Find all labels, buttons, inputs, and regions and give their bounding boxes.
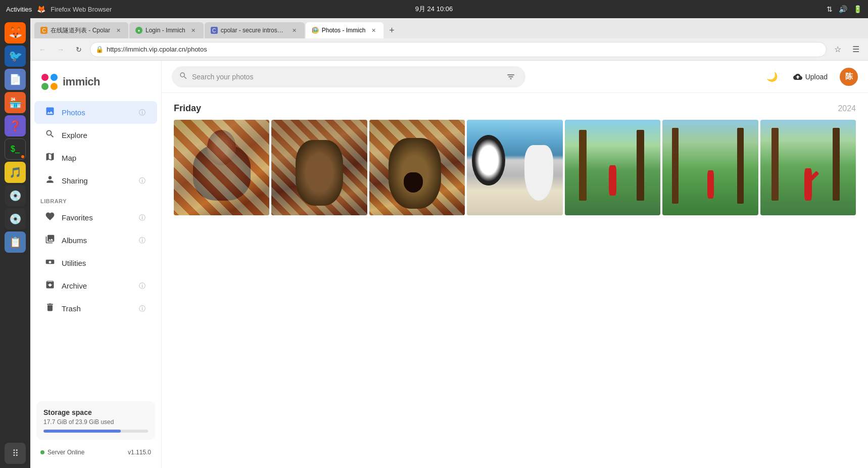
sidebar: immich Photos ⓘ Explore Map	[30, 61, 162, 468]
dock-cd1[interactable]: 💿	[5, 185, 26, 206]
favorites-info-button[interactable]: ⓘ	[137, 213, 147, 223]
sidebar-item-map[interactable]: Map	[34, 147, 157, 169]
taskbar-browser-name: Firefox Web Browser	[51, 6, 112, 13]
sharing-info-button[interactable]: ⓘ	[137, 176, 147, 186]
tab-login[interactable]: ● Login - Immich ✕	[129, 22, 204, 38]
dock-cd2[interactable]: 💿	[5, 208, 26, 229]
sidebar-item-favorites[interactable]: Favorites ⓘ	[34, 206, 157, 229]
dock-firefox[interactable]: 🦊	[5, 22, 26, 43]
dock-thunderbird[interactable]: 🐦	[5, 45, 26, 67]
albums-label: Albums	[62, 236, 87, 245]
dock-apps-grid[interactable]: ⠿	[5, 443, 26, 464]
tab-favicon-login: ●	[135, 27, 142, 34]
sidebar-item-albums[interactable]: Albums ⓘ	[34, 229, 157, 252]
server-status-dot	[40, 450, 44, 454]
favorites-icon	[44, 211, 56, 224]
archive-info-button[interactable]: ⓘ	[137, 281, 147, 291]
photos-label: Photos	[62, 108, 85, 117]
tab-close-photos[interactable]: ✕	[369, 26, 377, 34]
explore-icon	[44, 129, 56, 142]
svg-point-3	[51, 83, 58, 90]
dock-appstore[interactable]: 🏪	[5, 92, 26, 113]
forward-button[interactable]: →	[54, 42, 68, 57]
immich-logo-icon	[40, 73, 59, 91]
upload-button[interactable]: Upload	[787, 68, 834, 86]
photo-grid	[174, 120, 856, 215]
sidebar-item-trash[interactable]: Trash ⓘ	[34, 297, 157, 320]
server-version: v1.115.0	[128, 449, 151, 456]
photo-item[interactable]	[565, 120, 660, 215]
svg-point-2	[41, 83, 49, 90]
sidebar-logo-text: immich	[63, 75, 100, 88]
filter-button[interactable]	[503, 69, 518, 84]
main-area: Search your photos 🌙 Upload 陈	[162, 61, 868, 468]
search-placeholder: Search your photos	[192, 73, 253, 81]
tab-close-cpolar2[interactable]: ✕	[291, 26, 299, 34]
map-label: Map	[62, 154, 76, 162]
trash-icon	[44, 302, 56, 315]
tab-title-cpolar2: cpolar - secure introspec…	[221, 27, 286, 34]
photo-item[interactable]	[174, 120, 269, 215]
dock-terminal[interactable]: $_	[5, 138, 26, 160]
section-year: 2024	[838, 104, 856, 113]
photos-icon	[44, 106, 56, 119]
taskbar-datetime: 9月 24 10:06	[415, 5, 453, 14]
bookmark-button[interactable]: ☆	[831, 42, 845, 57]
section-header: Friday 2024	[174, 103, 856, 114]
search-bar[interactable]: Search your photos	[172, 66, 525, 87]
photo-item[interactable]	[662, 120, 758, 215]
dock-files2[interactable]: 📋	[5, 231, 26, 253]
user-avatar[interactable]: 陈	[840, 68, 858, 86]
utilities-label: Utilities	[62, 259, 86, 267]
tab-close-cpolar[interactable]: ✕	[114, 26, 122, 34]
dock: 🦊 🐦 📄 🏪 ❓ $_ 🎵 💿 💿 📋 ⠿	[0, 18, 30, 468]
explore-label: Explore	[62, 131, 87, 139]
taskbar-volume-icon: 🔊	[839, 5, 847, 13]
tab-bar: C 在线隧道列表 - Cpolar ✕ ● Login - Immich ✕ C…	[30, 18, 868, 38]
tab-close-login[interactable]: ✕	[189, 26, 198, 34]
library-section-label: LIBRARY	[30, 192, 161, 206]
tab-photos[interactable]: 🖼️ Photos - Immich ✕	[306, 22, 384, 38]
upload-label: Upload	[805, 73, 828, 81]
header-area: Search your photos 🌙 Upload 陈	[162, 61, 868, 93]
albums-info-button[interactable]: ⓘ	[137, 236, 147, 246]
sidebar-item-archive[interactable]: Archive ⓘ	[34, 274, 157, 297]
tab-title-photos: Photos - Immich	[322, 27, 366, 34]
sidebar-item-utilities[interactable]: Utilities	[34, 252, 157, 274]
taskbar-left: Activities 🦊 Firefox Web Browser	[6, 5, 112, 13]
sidebar-logo: immich	[30, 69, 161, 101]
storage-title: Storage space	[43, 408, 148, 416]
photo-item[interactable]	[369, 120, 465, 215]
photo-item[interactable]	[467, 120, 562, 215]
photo-item[interactable]	[271, 120, 367, 215]
browser-menu-button[interactable]: ☰	[849, 42, 863, 57]
url-bar[interactable]: 🔒 https://immich.vip.cpolar.cn/photos	[90, 42, 827, 57]
archive-label: Archive	[62, 282, 87, 290]
tab-cpolar[interactable]: C 在线隧道列表 - Cpolar ✕	[34, 22, 128, 38]
photos-info-button[interactable]: ⓘ	[137, 108, 147, 118]
sidebar-item-sharing[interactable]: Sharing ⓘ	[34, 169, 157, 192]
tab-cpolar2[interactable]: C cpolar - secure introspec… ✕	[205, 22, 305, 38]
dock-rhythmbox[interactable]: 🎵	[5, 162, 26, 183]
tab-favicon-cpolar: C	[40, 27, 47, 34]
reload-button[interactable]: ↻	[72, 42, 86, 57]
storage-bar-wrapper	[43, 430, 148, 433]
sidebar-item-photos[interactable]: Photos ⓘ	[34, 101, 157, 124]
dock-files[interactable]: 📄	[5, 69, 26, 90]
search-icon	[179, 71, 188, 82]
theme-toggle-button[interactable]: 🌙	[763, 68, 781, 86]
new-tab-button[interactable]: +	[384, 23, 399, 37]
trash-label: Trash	[62, 304, 81, 313]
taskbar-network-icon: ⇅	[827, 5, 833, 13]
sidebar-item-explore[interactable]: Explore	[34, 124, 157, 147]
storage-card: Storage space 17.7 GiB of 23.9 GiB used	[36, 401, 155, 440]
photo-item[interactable]	[760, 120, 856, 215]
back-button[interactable]: ←	[35, 42, 50, 57]
activities-label[interactable]: Activities	[6, 6, 32, 13]
dock-help[interactable]: ❓	[5, 115, 26, 136]
trash-info-button[interactable]: ⓘ	[137, 304, 147, 314]
lock-icon: 🔒	[95, 45, 104, 53]
sharing-label: Sharing	[62, 176, 88, 185]
avatar-initials: 陈	[845, 72, 853, 81]
taskbar-right: ⇅ 🔊 🔋	[827, 5, 862, 13]
